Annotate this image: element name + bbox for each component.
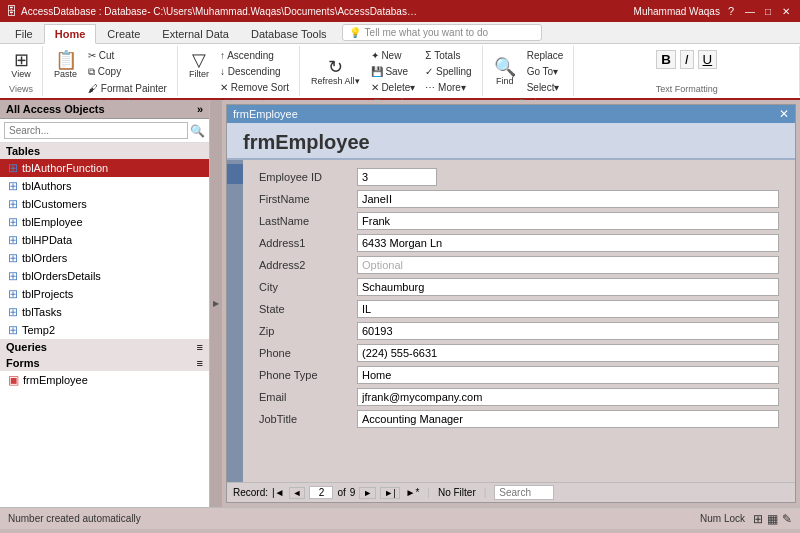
nav-item-tblauthors[interactable]: ⊞ tblAuthors — [0, 177, 209, 195]
italic-button[interactable]: I — [680, 50, 694, 69]
input-phonetype[interactable] — [357, 366, 779, 384]
underline-button[interactable]: U — [698, 50, 718, 69]
refresh-icon: ↻ — [328, 58, 343, 76]
nav-item-tblcustomers[interactable]: ⊞ tblCustomers — [0, 195, 209, 213]
tab-database-tools[interactable]: Database Tools — [240, 24, 338, 43]
nav-search-input[interactable] — [4, 122, 188, 139]
tab-create[interactable]: Create — [96, 24, 151, 43]
tell-me-bar[interactable]: 💡 Tell me what you want to do — [342, 24, 542, 41]
field-row-address1: Address1 — [259, 234, 779, 252]
tab-external-data[interactable]: External Data — [151, 24, 240, 43]
maximize-button[interactable]: □ — [760, 4, 776, 18]
search-icon: 🔍 — [190, 124, 205, 138]
input-lastname[interactable] — [357, 212, 779, 230]
view-label: View — [11, 69, 30, 79]
help-icon[interactable]: ? — [728, 5, 734, 17]
input-address2[interactable] — [357, 256, 779, 274]
field-row-employeeid: Employee ID — [259, 168, 779, 186]
label-city: City — [259, 281, 349, 293]
bold-button[interactable]: B — [656, 50, 676, 69]
input-firstname[interactable] — [357, 190, 779, 208]
minimize-button[interactable]: — — [742, 4, 758, 18]
spelling-button[interactable]: ✓ Spelling — [421, 64, 475, 79]
field-row-email: Email — [259, 388, 779, 406]
nav-item-label: tblHPData — [22, 234, 72, 246]
record-current-input[interactable] — [309, 486, 333, 499]
totals-button[interactable]: Σ Totals — [421, 48, 475, 63]
nav-item-temp2[interactable]: ⊞ Temp2 — [0, 321, 209, 339]
nav-item-tbltasks[interactable]: ⊞ tblTasks — [0, 303, 209, 321]
nav-item-tblorders[interactable]: ⊞ tblOrders — [0, 249, 209, 267]
descending-button[interactable]: ↓ Descending — [216, 64, 293, 79]
table-icon: ⊞ — [8, 287, 18, 301]
new-button[interactable]: ✦ New — [367, 48, 420, 63]
format-painter-button[interactable]: 🖌 Format Painter — [84, 81, 171, 96]
field-row-phone: Phone — [259, 344, 779, 362]
record-next-button[interactable]: ► — [359, 487, 376, 499]
find-icon: 🔍 — [494, 58, 516, 76]
input-state[interactable] — [357, 300, 779, 318]
view-design-icon[interactable]: ✎ — [782, 512, 792, 526]
input-city[interactable] — [357, 278, 779, 296]
nav-item-label: tblOrders — [22, 252, 67, 264]
nav-header[interactable]: All Access Objects » — [0, 100, 209, 119]
form-close-button[interactable]: ✕ — [779, 107, 789, 121]
input-address1[interactable] — [357, 234, 779, 252]
table-icon: ⊞ — [8, 233, 18, 247]
ascending-button[interactable]: ↑ Ascending — [216, 48, 293, 63]
nav-section-forms[interactable]: Forms ≡ — [0, 355, 209, 371]
label-phone: Phone — [259, 347, 349, 359]
cut-button[interactable]: ✂ Cut — [84, 48, 171, 63]
paste-label: Paste — [54, 69, 77, 79]
copy-button[interactable]: ⧉ Copy — [84, 64, 171, 80]
record-search-input[interactable] — [494, 485, 554, 500]
forms-count: ≡ — [197, 357, 203, 369]
view-icon: ⊞ — [14, 51, 29, 69]
input-zip[interactable] — [357, 322, 779, 340]
view-layout-icon[interactable]: ▦ — [767, 512, 778, 526]
refresh-label: Refresh All▾ — [311, 76, 360, 86]
nav-item-tblprojects[interactable]: ⊞ tblProjects — [0, 285, 209, 303]
filter-button[interactable]: ▽ Filter — [184, 48, 214, 82]
input-jobtitle[interactable] — [357, 410, 779, 428]
input-email[interactable] — [357, 388, 779, 406]
nav-section-tables[interactable]: Tables — [0, 143, 209, 159]
paste-button[interactable]: 📋 Paste — [49, 48, 82, 82]
input-employeeid[interactable] — [357, 168, 437, 186]
goto-button[interactable]: Go To▾ — [523, 64, 568, 79]
select-button[interactable]: Select▾ — [523, 80, 568, 95]
find-button[interactable]: 🔍 Find — [489, 55, 521, 89]
record-nav-bar: Record: |◄ ◄ of 9 ► ►| ►* | No Filter | — [227, 482, 795, 502]
view-datasheet-icon[interactable]: ⊞ — [753, 512, 763, 526]
tab-home[interactable]: Home — [44, 24, 97, 44]
record-prev-button[interactable]: ◄ — [289, 487, 306, 499]
nav-item-tblauthorfunction[interactable]: ⊞ tblAuthorFunction — [0, 159, 209, 177]
form-icon: ▣ — [8, 373, 19, 387]
nav-header-chevron: » — [197, 103, 203, 115]
close-button[interactable]: ✕ — [778, 4, 794, 18]
record-total: 9 — [350, 487, 356, 498]
field-row-city: City — [259, 278, 779, 296]
save-button[interactable]: 💾 Save — [367, 64, 420, 79]
delete-button[interactable]: ✕ Delete▾ — [367, 80, 420, 95]
record-last-button[interactable]: ►| — [380, 487, 399, 499]
nav-item-tblemployee[interactable]: ⊞ tblEmployee — [0, 213, 209, 231]
record-divider: | — [427, 487, 430, 498]
more-button[interactable]: ⋯ More▾ — [421, 80, 475, 95]
remove-sort-button[interactable]: ✕ Remove Sort — [216, 80, 293, 95]
tab-file[interactable]: File — [4, 24, 44, 43]
input-phone[interactable] — [357, 344, 779, 362]
refresh-button[interactable]: ↻ Refresh All▾ — [306, 55, 365, 89]
record-new-btn[interactable]: ►* — [406, 487, 420, 498]
nav-item-frmemployee[interactable]: ▣ frmEmployee — [0, 371, 209, 389]
nav-item-tblhpdata[interactable]: ⊞ tblHPData — [0, 231, 209, 249]
replace-button[interactable]: Replace — [523, 48, 568, 63]
nav-header-label: All Access Objects — [6, 103, 105, 115]
table-icon: ⊞ — [8, 179, 18, 193]
record-selector[interactable] — [227, 160, 243, 482]
nav-item-tblordersdetails[interactable]: ⊞ tblOrdersDetails — [0, 267, 209, 285]
nav-pane-expand[interactable]: ▶ — [210, 100, 222, 507]
view-button[interactable]: ⊞ View — [6, 48, 36, 82]
table-icon: ⊞ — [8, 305, 18, 319]
nav-section-queries[interactable]: Queries ≡ — [0, 339, 209, 355]
